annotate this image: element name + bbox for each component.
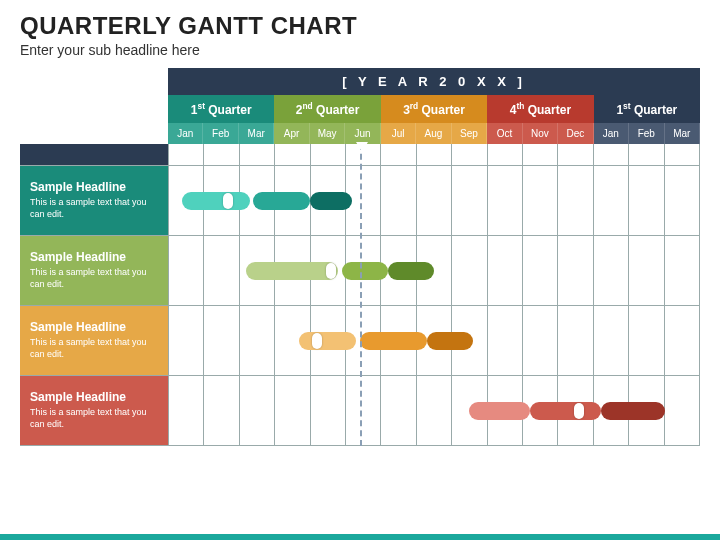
- month-header-row: JanFebMarAprMayJunJulAugSepOctNovDecJanF…: [168, 123, 700, 144]
- gantt-bar[interactable]: [182, 192, 249, 210]
- quarter-header: 3rd Quarter: [381, 95, 487, 123]
- quarter-header: 4th Quarter: [487, 95, 593, 123]
- task-title: Sample Headline: [30, 390, 158, 404]
- gantt-bar[interactable]: [388, 262, 434, 280]
- task-label[interactable]: Sample HeadlineThis is a sample text tha…: [20, 376, 168, 445]
- month-header: Apr: [274, 123, 309, 144]
- gantt-bar[interactable]: [310, 192, 353, 210]
- month-header: Mar: [239, 123, 274, 144]
- quarter-header: 2nd Quarter: [274, 95, 380, 123]
- task-desc: This is a sample text that you can edit.: [30, 337, 158, 360]
- today-marker-line: [360, 144, 362, 446]
- month-header: May: [310, 123, 345, 144]
- task-desc: This is a sample text that you can edit.: [30, 197, 158, 220]
- month-header: Aug: [416, 123, 451, 144]
- gantt-bar[interactable]: [299, 332, 356, 350]
- month-header: Jun: [345, 123, 380, 144]
- task-bar-area: [168, 376, 700, 445]
- gantt-bar[interactable]: [360, 332, 427, 350]
- task-label[interactable]: Sample HeadlineThis is a sample text tha…: [20, 306, 168, 375]
- quarter-header-row: 1st Quarter2nd Quarter3rd Quarter4th Qua…: [168, 95, 700, 123]
- today-marker-icon: [356, 142, 368, 152]
- gantt-bar[interactable]: [246, 262, 338, 280]
- gantt-bar[interactable]: [469, 402, 529, 420]
- task-label[interactable]: Sample HeadlineThis is a sample text tha…: [20, 236, 168, 305]
- gantt-bar[interactable]: [427, 332, 473, 350]
- gantt-bar[interactable]: [530, 402, 601, 420]
- month-header: Mar: [665, 123, 700, 144]
- task-bar-area: [168, 236, 700, 305]
- progress-marker[interactable]: [574, 403, 584, 419]
- gantt-bar[interactable]: [342, 262, 388, 280]
- year-header: [ Y E A R 2 0 X X ]: [168, 68, 700, 95]
- month-header: Jan: [594, 123, 629, 144]
- progress-marker[interactable]: [312, 333, 322, 349]
- month-header: Jan: [168, 123, 203, 144]
- task-title: Sample Headline: [30, 250, 158, 264]
- task-bar-area: [168, 166, 700, 235]
- progress-marker[interactable]: [326, 263, 336, 279]
- quarter-header: 1st Quarter: [168, 95, 274, 123]
- footer-accent: [0, 534, 720, 540]
- month-header: Nov: [523, 123, 558, 144]
- quarter-header: 1st Quarter: [594, 95, 700, 123]
- task-title: Sample Headline: [30, 180, 158, 194]
- month-header: Feb: [203, 123, 238, 144]
- month-header: Dec: [558, 123, 593, 144]
- task-desc: This is a sample text that you can edit.: [30, 407, 158, 430]
- page-title: QUARTERLY GANTT CHART: [20, 12, 700, 40]
- task-bar-area: [168, 306, 700, 375]
- month-header: Sep: [452, 123, 487, 144]
- month-header: Feb: [629, 123, 664, 144]
- page-subtitle[interactable]: Enter your sub headline here: [20, 42, 700, 58]
- task-desc: This is a sample text that you can edit.: [30, 267, 158, 290]
- gantt-bar[interactable]: [253, 192, 310, 210]
- gantt-chart: [ Y E A R 2 0 X X ] 1st Quarter2nd Quart…: [20, 68, 700, 446]
- gantt-body: Sample HeadlineThis is a sample text tha…: [20, 144, 700, 446]
- gantt-bar[interactable]: [601, 402, 665, 420]
- progress-marker[interactable]: [223, 193, 233, 209]
- month-header: Jul: [381, 123, 416, 144]
- month-header: Oct: [487, 123, 522, 144]
- task-title: Sample Headline: [30, 320, 158, 334]
- task-label[interactable]: Sample HeadlineThis is a sample text tha…: [20, 166, 168, 235]
